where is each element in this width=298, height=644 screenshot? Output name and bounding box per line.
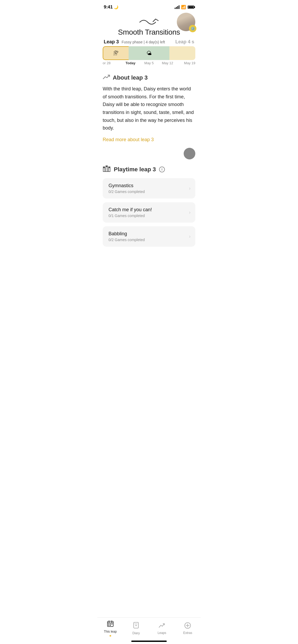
avatar-container[interactable]: ⚙️ (177, 13, 195, 31)
main-content: About leap 3 With the third leap, Daisy … (97, 66, 201, 277)
header: ⚙️ Smooth Transitions Leap 3 Fussy phase… (97, 13, 201, 66)
battery-icon (188, 6, 194, 9)
app-title: Smooth Transitions (118, 28, 180, 36)
leap-phase-bar: 🌤 (129, 46, 169, 60)
wave-icon (138, 17, 160, 26)
scroll-indicator (184, 148, 195, 159)
game-cards-list: Gymnastics 0/2 Games completed › Catch m… (103, 178, 195, 247)
game-title-babbling: Babbling (109, 231, 189, 237)
chevron-right-icon-2: › (189, 210, 191, 215)
svg-rect-7 (109, 167, 109, 168)
game-title-catch-me: Catch me if you can! (109, 207, 189, 213)
chevron-right-icon: › (189, 186, 191, 191)
game-subtitle-gymnastics: 0/2 Games completed (109, 190, 189, 194)
svg-rect-1 (106, 167, 107, 172)
leap-labels: Leap 3 Fussy phase | 4 day(s) left Leap … (103, 39, 195, 45)
gear-icon: ⚙️ (191, 26, 195, 31)
timeline-bar-container: ⛈ 🌤 or 28 Today May 5 May 12 May 19 (103, 46, 195, 66)
cloudy-sun-icon: 🌤 (146, 50, 152, 56)
wifi-icon: 📶 (181, 5, 186, 10)
about-body: With the third leap, Daisy enters the wo… (103, 85, 195, 132)
read-more-link[interactable]: Read more about leap 3 (103, 137, 154, 142)
trending-up-icon (103, 74, 110, 81)
status-icons: 📶 (175, 5, 194, 10)
date-may12: May 12 (158, 61, 177, 65)
svg-rect-6 (107, 166, 107, 167)
svg-rect-0 (103, 168, 105, 172)
date-may19: May 19 (177, 61, 195, 65)
playtime-title: Playtime leap 3 (114, 166, 156, 173)
game-subtitle-babbling: 0/2 Games completed (109, 238, 189, 242)
current-leap-label: Leap 3 Fussy phase | 4 day(s) left (104, 39, 165, 45)
date-or28: or 28 (103, 61, 121, 65)
svg-rect-5 (106, 166, 106, 167)
castle-icon (103, 165, 111, 174)
date-may5: May 5 (140, 61, 158, 65)
svg-rect-2 (109, 168, 110, 172)
game-title-gymnastics: Gymnastics (109, 183, 189, 188)
about-section-header: About leap 3 (103, 74, 195, 81)
settings-button[interactable]: ⚙️ (189, 25, 196, 32)
next-phase-bar (169, 46, 195, 60)
svg-rect-8 (110, 167, 110, 168)
game-subtitle-catch-me: 0/1 Games completed (109, 214, 189, 218)
game-card-gymnastics[interactable]: Gymnastics 0/2 Games completed › (103, 178, 195, 199)
next-leap-label: Leap 4 s (175, 39, 195, 45)
info-icon[interactable]: i (159, 167, 165, 172)
status-time: 9:41 (104, 4, 113, 10)
about-title: About leap 3 (113, 74, 148, 81)
game-card-babbling[interactable]: Babbling 0/2 Games completed › (103, 226, 195, 247)
svg-rect-4 (104, 167, 105, 168)
fussy-phase-bar: ⛈ (103, 46, 129, 60)
signal-bars-icon (175, 5, 179, 9)
playtime-section-header: Playtime leap 3 i (103, 165, 195, 174)
game-card-catch-me[interactable]: Catch me if you can! 0/1 Games completed… (103, 202, 195, 223)
date-today: Today (121, 61, 140, 65)
status-bar: 9:41 🌙 📶 (97, 0, 201, 13)
timeline-bar: ⛈ 🌤 (103, 46, 195, 60)
date-labels: or 28 Today May 5 May 12 May 19 (103, 60, 195, 65)
storm-icon: ⛈ (113, 50, 119, 56)
chevron-right-icon-3: › (189, 234, 191, 239)
moon-icon: 🌙 (114, 5, 118, 9)
svg-rect-3 (103, 167, 104, 168)
